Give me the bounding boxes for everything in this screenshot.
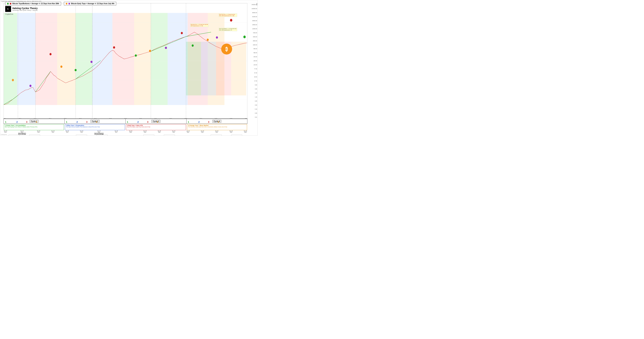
y-label-18: 29.00: [248, 76, 257, 78]
red-year-sub: New ATHs Made | Cycle Top Comes end of Y…: [127, 126, 185, 128]
first-halving-group: Nov 282011 First Halving: [18, 130, 26, 135]
y-label-10: 1600.00: [248, 44, 257, 46]
date-2014: Nov 282014: [66, 130, 69, 135]
july-2019: July 9th,2019: [144, 135, 154, 136]
y-label-5: 19500.00: [248, 24, 257, 25]
date-2015: Nov 282015: [80, 130, 83, 135]
y-label-20: 6.50: [248, 84, 257, 86]
orange-year-title: 4 Orange Year = Bear Market: [188, 125, 246, 126]
y-label-6: 12000.00: [248, 28, 257, 29]
x-2025: 2025: [214, 118, 217, 119]
july-2012: July 9th,2012: [29, 135, 40, 136]
cycle2-year2: 2: [76, 120, 78, 123]
x-2019: 2019: [124, 118, 127, 119]
svg-point-35: [207, 38, 209, 41]
red-dot: [10, 3, 12, 4]
second-halving-group: Nov 282016 Second Halving: [94, 130, 104, 135]
cycle4-year1: 1: [188, 120, 189, 123]
y-label-11: 960.00: [248, 48, 257, 49]
svg-point-37: [230, 19, 232, 22]
date-2012: Nov 282012: [37, 130, 40, 135]
red-year-title: 3 Red Year = New ATH: [127, 125, 185, 126]
y-label-23: 1.40: [248, 96, 257, 98]
y-label-2: 84000.00: [248, 12, 257, 13]
x-2013: 2013: [34, 118, 36, 119]
x-2027: 2027: [245, 118, 247, 119]
purple-dot: [68, 3, 70, 4]
date-2021: Nov 282021: [172, 130, 175, 135]
y-label-0: 240000.00: [248, 4, 257, 5]
y-label-21: 3.90: [248, 88, 257, 90]
date-2019: Nov 282019: [144, 130, 146, 135]
svg-point-31: [149, 50, 151, 52]
y-label-22: 2.40: [248, 92, 257, 94]
cycles-bar: Cycle 1 1 2 3 4 Cycle 2 1 2 3 4: [4, 119, 247, 124]
cryptocon-label: CryptoCon: [5, 13, 13, 15]
cycle-3-block: Cycle 3 1 2 3 4: [126, 119, 186, 124]
svg-rect-2: [36, 13, 57, 105]
green-dot: [7, 3, 9, 4]
svg-rect-8: [151, 13, 168, 105]
year-desc-row: 1 Green Year = Accumulation Best Cycle B…: [4, 124, 247, 130]
x-2018: 2018: [109, 118, 112, 119]
cycle4-year4: 4: [218, 120, 219, 123]
svg-rect-4: [76, 13, 92, 105]
date-2020: Nov 282020: [158, 130, 161, 135]
next-cycle-bottom-prediction: Next Cycle Bottom = +/- 21 days from Nov…: [219, 28, 237, 31]
svg-rect-1: [17, 13, 36, 105]
green-year-box: 1 Green Year = Accumulation Best Cycle B…: [4, 124, 64, 130]
orange-year-sub: Price becomes undervalued and enters a d…: [188, 126, 246, 128]
y-label-8: 4400.00: [248, 36, 257, 38]
logo-icon: C: [5, 6, 11, 12]
date-2016: Nov 282016: [94, 130, 104, 133]
y-label-9: 2600.00: [248, 40, 257, 42]
y-label-7: 7200.00: [248, 32, 257, 34]
cycle1-year3: 3: [26, 120, 28, 123]
cycle1-year4: 4: [36, 120, 37, 123]
y-label-15: 125.00: [248, 64, 257, 66]
btc-logo: ₿: [221, 44, 232, 54]
cycle1-year1: 1: [5, 120, 6, 123]
svg-point-28: [90, 61, 92, 63]
y-label-25: 0.50: [248, 104, 257, 106]
svg-point-24: [30, 85, 32, 87]
logo-title: Halving Cycles Theory: [12, 7, 38, 10]
x-2021: 2021: [154, 118, 157, 119]
svg-point-33: [181, 32, 183, 34]
legend-right: Bitcoin Early Tops = Average +/- 21 Days…: [64, 2, 116, 5]
svg-point-34: [192, 44, 194, 47]
early-top-prediction: Next Early Top = +/- 21 days from July 9…: [190, 24, 209, 27]
cycle3-year2: 2: [137, 120, 139, 123]
orange-dot: [66, 3, 68, 4]
svg-rect-6: [112, 13, 134, 105]
next-cycle-top-prediction: Next Cycle Top = +/- 21 days from Nov 28…: [219, 14, 237, 17]
logo-subtitle: (November 28th Cycles Theory + July 9th): [12, 10, 38, 11]
y-label-14: 205.00: [248, 60, 257, 62]
chart-container: CryptoCon, published on TradingView.com,…: [0, 0, 258, 136]
x-2014: 2014: [49, 118, 52, 119]
cycle4-year3: 3: [208, 120, 209, 123]
svg-rect-5: [92, 13, 112, 105]
y-label-27: 0.08: [248, 112, 257, 114]
july-2024: July 9th,2024: [231, 135, 242, 136]
chart-svg: [4, 3, 247, 118]
legend-left-text: Bitcoin Tops/Bottoms = Average +/- 21 Da…: [12, 3, 59, 4]
tradingview-watermark: TradingView: [0, 134, 7, 135]
date-2011: Nov 282011: [18, 130, 26, 133]
svg-point-26: [60, 66, 62, 68]
y-label-19: 17.00: [248, 80, 257, 82]
full-chart: ₿ Next Early Top = +/- 21 days from July…: [4, 3, 247, 118]
y-label-12: 585.00: [248, 52, 257, 53]
second-halving: Second Halving: [94, 133, 104, 135]
svg-rect-13: [186, 42, 201, 96]
svg-rect-7: [134, 13, 151, 105]
y-label-13: 345.00: [248, 56, 257, 57]
red-year-box: 3 Red Year = New ATH New ATHs Made | Cyc…: [126, 124, 186, 130]
date-2013: Nov 282013: [51, 130, 54, 135]
cycle-4-block: Cycle 4 1 2 3 4: [186, 119, 247, 124]
svg-rect-14: [201, 42, 216, 96]
july-labels-row: July 9th,2011 July 9th,2012 July 9th,201…: [4, 135, 247, 136]
cycle2-year4: 4: [96, 120, 97, 123]
x-2015: 2015: [64, 118, 66, 119]
y-label-4: 29000.00: [248, 20, 257, 21]
